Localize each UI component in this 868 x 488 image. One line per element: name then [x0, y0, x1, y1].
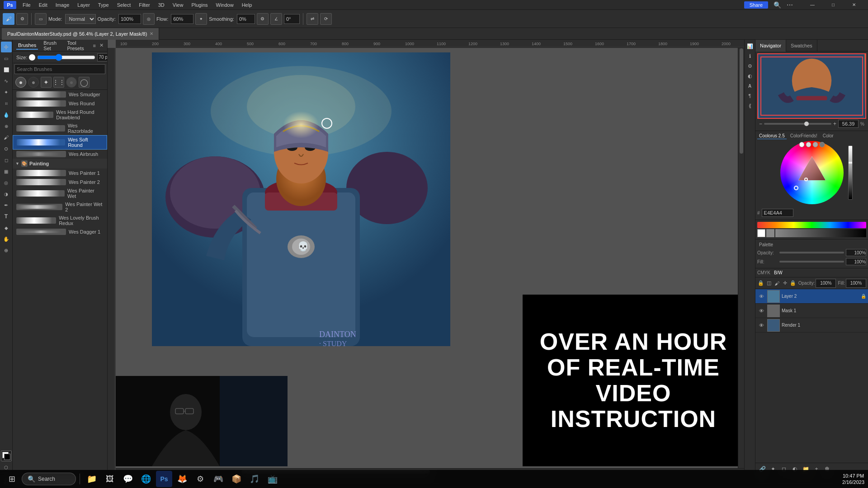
- zoom-out-button[interactable]: −: [759, 121, 762, 127]
- menu-layer[interactable]: Layer: [74, 1, 94, 9]
- cmyk-bw-option[interactable]: B/W: [774, 270, 783, 275]
- brush-item-razor[interactable]: Wes Razorblade: [13, 122, 107, 135]
- zoom-in-button[interactable]: +: [833, 121, 836, 127]
- color-triangle[interactable]: [794, 154, 830, 191]
- lock-all-icon[interactable]: 🔒: [789, 279, 797, 288]
- spot-heal-tool[interactable]: ⊕: [1, 121, 12, 131]
- taskbar-chat[interactable]: 💬: [120, 471, 136, 487]
- opacity-option-input[interactable]: [846, 249, 866, 256]
- subtab-coolorus[interactable]: Coolorus 2.5: [757, 133, 787, 139]
- smoothing-input[interactable]: [237, 14, 255, 24]
- brush-item-lovelyrush[interactable]: Wes Lovely Brush Redux: [13, 214, 107, 227]
- symmetry-icon[interactable]: ⇌: [307, 13, 318, 25]
- menu-type[interactable]: Type: [94, 1, 113, 9]
- taskbar-file-explorer[interactable]: 📁: [84, 471, 100, 487]
- gradient-bar[interactable]: [757, 222, 866, 228]
- brush-tool-button[interactable]: 🖌: [3, 13, 14, 25]
- fg-color-swatch[interactable]: [1, 450, 12, 461]
- close-button[interactable]: ✕: [844, 0, 864, 10]
- taskbar-browser[interactable]: 🌐: [138, 471, 154, 487]
- menu-image[interactable]: Image: [52, 1, 73, 9]
- subtab-colorfriends[interactable]: ColorFriends!: [788, 133, 819, 139]
- taskbar-music[interactable]: 🎵: [246, 471, 263, 487]
- paragraph-icon[interactable]: ¶: [745, 91, 755, 100]
- menu-help[interactable]: Help: [238, 1, 256, 9]
- fill-slider[interactable]: [779, 261, 844, 263]
- render-visibility-icon[interactable]: 👁: [757, 321, 765, 329]
- lock-image-icon[interactable]: 🖌: [774, 279, 781, 288]
- brush-item-round[interactable]: Wes Round: [13, 99, 107, 108]
- flow-input[interactable]: [171, 14, 193, 24]
- brush-item-smudger[interactable]: Wes Smudger: [13, 90, 107, 99]
- tab-swatches[interactable]: Swatches: [786, 40, 817, 52]
- adjustments-icon[interactable]: ◐: [745, 71, 755, 80]
- color-rim-mid[interactable]: [812, 142, 818, 147]
- menu-file[interactable]: File: [19, 1, 34, 9]
- menu-edit[interactable]: Edit: [35, 1, 51, 9]
- brush-size-slider[interactable]: [37, 54, 95, 61]
- gradient-tool[interactable]: ▦: [1, 166, 12, 177]
- color-triangle-selector[interactable]: [804, 178, 808, 181]
- hex-input[interactable]: [762, 209, 793, 217]
- brushes-panel-menu[interactable]: ≡: [93, 43, 96, 48]
- opacity-input[interactable]: [118, 14, 141, 24]
- mask-visibility-icon[interactable]: 👁: [757, 307, 765, 315]
- menu-window[interactable]: Window: [212, 1, 237, 9]
- layer-item-layer2[interactable]: 👁 Layer 2 🔒: [755, 289, 868, 304]
- brush-preset-icon[interactable]: ▭: [35, 13, 47, 25]
- menu-filter[interactable]: Filter: [135, 1, 153, 9]
- v-scrollbar-thumb[interactable]: [740, 48, 743, 154]
- properties-icon[interactable]: ⚙: [745, 61, 755, 70]
- tab-close-button[interactable]: ✕: [150, 31, 153, 36]
- brush-item-soft-round[interactable]: Wes Soft Round: [13, 135, 107, 150]
- navigator-thumbnail[interactable]: [757, 53, 866, 119]
- opacity-slider[interactable]: [779, 252, 844, 253]
- search-icon[interactable]: 🔍: [774, 1, 781, 9]
- dodge-tool[interactable]: ◑: [1, 188, 12, 199]
- minimize-button[interactable]: —: [802, 0, 823, 10]
- brush-search-input[interactable]: [14, 64, 105, 74]
- extra-tool-icon[interactable]: ⟳: [320, 13, 332, 25]
- fill-option-input[interactable]: [846, 258, 866, 265]
- eraser-tool[interactable]: ◻: [1, 155, 12, 165]
- brush-item-dagger[interactable]: Wes Dagger 1: [13, 227, 107, 236]
- shape-tool[interactable]: ◆: [1, 222, 12, 233]
- brush-settings-button[interactable]: ⚙: [16, 13, 28, 25]
- layer-item-render[interactable]: 👁 Render 1: [755, 318, 868, 333]
- zoom-input[interactable]: [838, 120, 859, 128]
- document-tab[interactable]: PaulDaintonMasterStudy.psd @ 56.4% (Laye…: [2, 28, 159, 40]
- v-scrollbar[interactable]: [738, 48, 744, 468]
- canvas-area[interactable]: 100 200 300 400 500 600 700 800 900 1000…: [108, 40, 744, 474]
- angle-input[interactable]: [284, 14, 300, 24]
- clone-tool[interactable]: ⊙: [1, 143, 12, 154]
- menu-select[interactable]: Select: [113, 1, 135, 9]
- mode-select[interactable]: Normal Multiply Screen: [65, 14, 96, 24]
- swatch-gray[interactable]: [766, 229, 774, 237]
- canvas-content[interactable]: 💀 DAINTON · STUDY: [116, 48, 744, 466]
- hand-tool[interactable]: ✋: [1, 234, 12, 244]
- flow-tool-icon[interactable]: ✦: [195, 13, 207, 25]
- text-tool[interactable]: T: [1, 211, 12, 222]
- layer-item-mask[interactable]: 👁 Mask 1: [755, 304, 868, 318]
- layers-fill-input[interactable]: [846, 279, 866, 288]
- brush-set-tab[interactable]: Brush Set: [42, 40, 61, 52]
- move-tool[interactable]: ✛: [1, 42, 12, 52]
- info-icon[interactable]: ℹ: [745, 52, 755, 61]
- brushes-panel-close[interactable]: ✕: [99, 42, 104, 48]
- share-button[interactable]: Share: [744, 1, 768, 9]
- brush-item-painter1[interactable]: Wes Painter 1: [13, 169, 107, 178]
- taskbar-app1[interactable]: 🎮: [210, 471, 226, 487]
- taskbar-settings[interactable]: ⚙: [192, 471, 208, 487]
- menu-plugins[interactable]: Plugins: [188, 1, 211, 9]
- blur-tool[interactable]: ◎: [1, 177, 12, 188]
- brush-type-3[interactable]: ✦: [41, 77, 52, 88]
- color-wheel[interactable]: [780, 141, 844, 204]
- brush-type-2[interactable]: ●: [28, 77, 39, 88]
- brush-item-painterwet2[interactable]: Wes Painter Wet 2: [13, 200, 107, 214]
- histogram-icon[interactable]: 📊: [745, 42, 755, 51]
- taskbar-app2[interactable]: 📦: [228, 471, 245, 487]
- brush-tool[interactable]: 🖌: [1, 132, 12, 143]
- brushes-tab[interactable]: Brushes: [16, 42, 38, 50]
- start-button[interactable]: ⊞: [4, 471, 20, 487]
- pen-tool[interactable]: ✒: [1, 200, 12, 211]
